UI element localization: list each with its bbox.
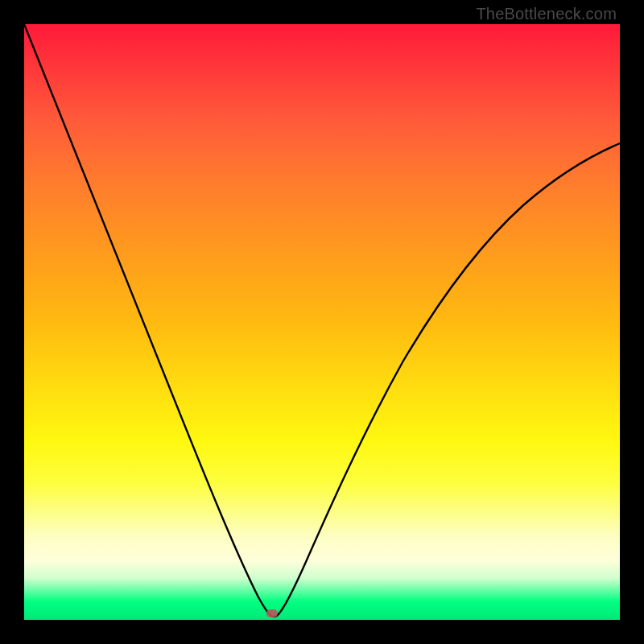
watermark-text: TheBottleneck.com: [476, 5, 617, 23]
plot-area: [24, 24, 620, 620]
chart-frame: TheBottleneck.com: [0, 0, 644, 644]
bottleneck-curve-path: [24, 24, 620, 617]
minimum-marker: [266, 609, 278, 617]
curve-svg: [24, 24, 620, 620]
